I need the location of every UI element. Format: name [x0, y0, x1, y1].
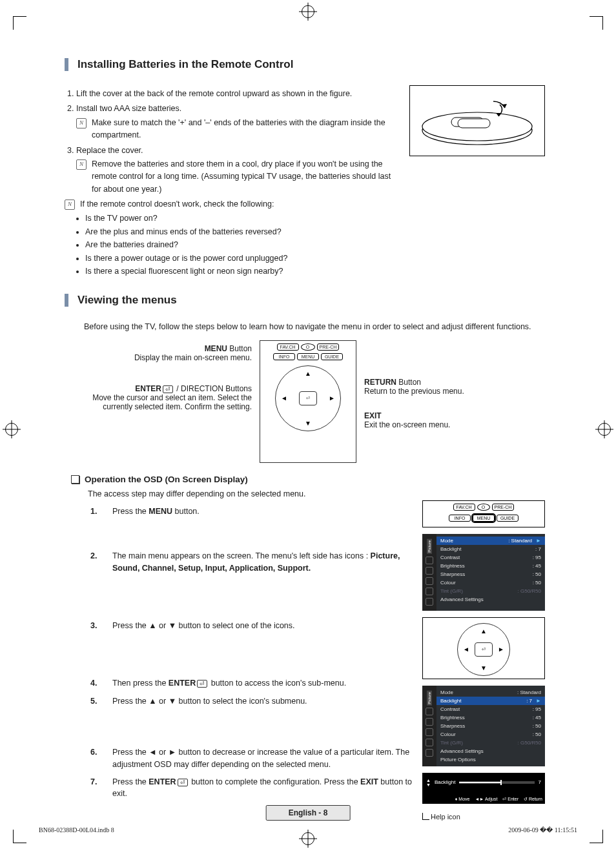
- menu-sidebar: Picture: [422, 686, 436, 766]
- list-item: Is there a power outage or is the power …: [85, 252, 399, 265]
- registration-mark-icon: [5, 423, 18, 436]
- list-item: Install two AAA size batteries. N Make s…: [76, 103, 399, 141]
- help-item: ↺ Return: [524, 797, 542, 802]
- list-item: Lift the cover at the back of the remote…: [76, 88, 399, 100]
- osd-body: 1. Press the MENU button. 2. The main me…: [65, 500, 551, 821]
- remote-button: GUIDE: [321, 353, 343, 360]
- menu-row: Brightness: 45: [440, 562, 541, 570]
- enter-icon: ⏎: [163, 385, 173, 393]
- osd-fig-menu-2: Picture Mode: Standard Backlight: 7► Con…: [422, 686, 545, 766]
- square-bullet-icon: [71, 475, 79, 484]
- arrow-left-icon: ◄: [463, 646, 469, 653]
- note: N Make sure to match the '+' and '–' end…: [76, 117, 399, 142]
- note-text: Make sure to match the '+' and '–' ends …: [92, 117, 399, 142]
- callout-title: RETURN: [364, 378, 396, 387]
- batteries-text: Lift the cover at the back of the remote…: [65, 85, 399, 280]
- step-num: 5.: [90, 695, 102, 708]
- step-text: Replace the cover.: [76, 146, 143, 155]
- menu-body: Mode: Standard► Backlight: 7Contrast: 95…: [436, 534, 545, 611]
- sidebar-icon: [426, 588, 433, 595]
- remote-button: MENU: [473, 515, 495, 522]
- menu-row-highlight: Backlight: 7►: [436, 697, 545, 705]
- callouts-left: MENU Button Display the main on-screen m…: [84, 340, 260, 424]
- menu-row: Colour: 50: [440, 578, 541, 587]
- osd-title: Operation the OSD (On Screen Display): [85, 475, 248, 484]
- enter-button-icon: ⏎: [299, 391, 317, 405]
- remote-button: MENU: [297, 353, 319, 360]
- help-item: ⏎ Enter: [502, 797, 518, 802]
- osd-step-2: 2. The main menu appears on the screen. …: [90, 550, 412, 575]
- step-text: The main menu appears on the screen. The…: [112, 550, 412, 575]
- sidebar-icon: [426, 598, 433, 606]
- step-num: 2.: [90, 550, 102, 562]
- menu-tab: Picture: [427, 539, 432, 554]
- help-bar: ♦ Move ◄► Adjust ⏎ Enter ↺ Return: [422, 795, 545, 804]
- section-menus: Viewing the menus: [65, 294, 551, 307]
- menu-row: Colour: 50: [440, 730, 541, 739]
- step-num: 7.: [90, 776, 102, 788]
- sidebar-icon: [426, 577, 433, 585]
- callout-exit: EXIT Exit the on-screen menu.: [364, 411, 532, 429]
- remote-button: O: [301, 343, 315, 351]
- step-text: Then press the ENTER⏎ button to access t…: [112, 677, 412, 690]
- menu-row: Mode: Standard: [440, 688, 541, 697]
- step-num: 1.: [90, 506, 102, 518]
- callout-title: EXIT: [364, 411, 382, 420]
- callout-suffix: Button: [396, 378, 421, 387]
- sidebar-icon: [426, 718, 433, 726]
- note: N Remove the batteries and store them in…: [76, 158, 399, 196]
- sidebar-icon: [426, 749, 433, 757]
- arrow-up-icon: ▲: [305, 370, 311, 377]
- crop-mark: [13, 16, 26, 30]
- leader-line-icon: [422, 813, 429, 820]
- enter-button-icon: ⏎: [475, 642, 493, 657]
- remote-button: FAV.CH: [277, 343, 299, 351]
- remote-figure: FAV.CH O PRE-CH INFO MENU GUIDE ▲ ▼ ◄ ► …: [260, 340, 356, 463]
- remote-snippet: FAV.CHOPRE-CH INFOMENUGUIDE: [422, 500, 545, 527]
- osd-lead: The access step may differ depending on …: [88, 488, 551, 500]
- callout-title: ENTER: [135, 384, 161, 393]
- crop-mark: [13, 830, 26, 843]
- dpad: ▲ ▼ ◄ ► ⏎: [457, 623, 510, 676]
- remote-callouts: MENU Button Display the main on-screen m…: [84, 340, 551, 463]
- callout-suffix: / DIRECTION Buttons: [174, 384, 252, 393]
- remote-row: FAV.CH O PRE-CH: [277, 343, 340, 351]
- registration-mark-icon: [302, 5, 314, 18]
- menu-row: Contrast: 95: [440, 705, 541, 713]
- list-item: Is there a special fluorescent light or …: [85, 265, 399, 278]
- arrow-right-icon: ►: [536, 698, 541, 704]
- arrow-left-icon: ◄: [281, 394, 287, 402]
- page-footer-center: English - 8: [266, 805, 351, 821]
- step-text: Press the ◄ or ► button to decrease or i…: [112, 746, 412, 771]
- battery-figure: [409, 85, 545, 156]
- callout-body: Return to the previous menu.: [364, 387, 464, 396]
- note-text: Remove the batteries and store them in a…: [92, 158, 399, 196]
- registration-mark-icon: [302, 832, 314, 845]
- osd-steps-col: 1. Press the MENU button. 2. The main me…: [65, 500, 412, 805]
- note-icon: N: [76, 118, 87, 128]
- crop-mark: [590, 16, 603, 30]
- sidebar-icon: [426, 739, 433, 746]
- slider-value: 7: [539, 779, 541, 785]
- remote-button: O: [477, 504, 490, 511]
- slider-panel: ▲▼ Backlight 7: [422, 773, 545, 792]
- osd-fig-menu-1: Picture Mode: Standard► Backlight: 7Cont…: [422, 534, 545, 611]
- menu-row-highlight: Mode: Standard►: [436, 537, 545, 545]
- slider-bar: [459, 781, 534, 784]
- osd-fig-slider: ▲▼ Backlight 7 ♦ Move ◄► Adjust ⏎ Enter …: [422, 773, 545, 804]
- remote-button: INFO: [449, 515, 471, 522]
- step-num: 3.: [90, 620, 102, 632]
- section-heading: Viewing the menus: [77, 294, 551, 307]
- batteries-body: Lift the cover at the back of the remote…: [65, 85, 551, 280]
- page-footer-left: BN68-02388D-00L04.indb 8: [39, 826, 114, 834]
- osd-step-5: 5. Press the ▲ or ▼ button to select the…: [90, 695, 412, 708]
- callout-suffix: Button: [227, 344, 252, 353]
- page-footer-right: 2009-06-09 �� 11:15:51: [508, 826, 577, 834]
- battery-figure-col: [409, 85, 551, 156]
- sidebar-icon: [426, 557, 433, 564]
- arrow-up-icon: ▲: [480, 628, 487, 635]
- callout-return: RETURN Button Return to the previous men…: [364, 378, 532, 396]
- list-item: Is the TV power on?: [85, 212, 399, 225]
- arrow-down-icon: ▼: [305, 420, 311, 427]
- callout-enter: ENTER⏎ / DIRECTION Buttons Move the curs…: [84, 384, 252, 411]
